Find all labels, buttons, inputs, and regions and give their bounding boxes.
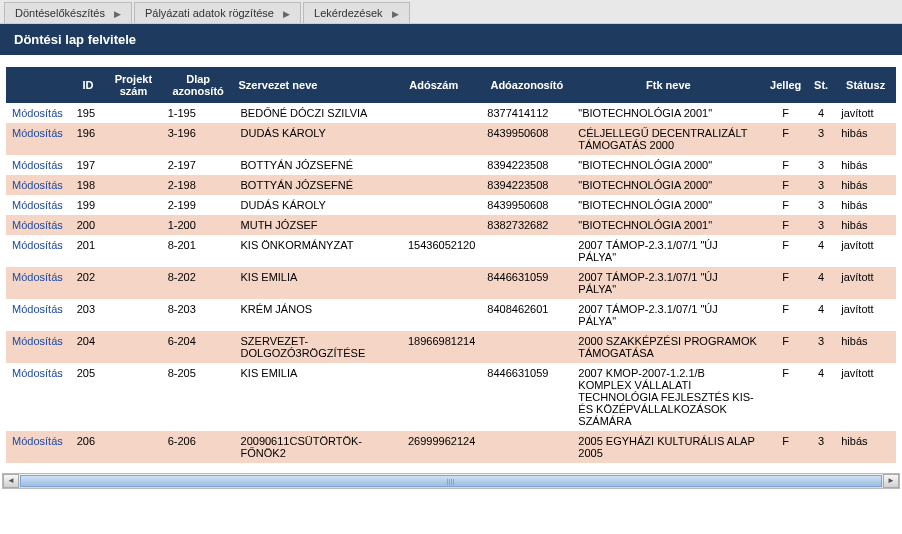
edit-link[interactable]: Módosítás	[12, 179, 63, 191]
cell-szervezet: BEDŐNÉ DÓCZI SZILVIA	[235, 103, 387, 123]
edit-link[interactable]: Módosítás	[12, 367, 63, 379]
scrollbar-grip-icon	[447, 479, 455, 485]
cell-ftk: CÉLJELLEGŰ DECENTRALIZÁLT TÁMOGATÁS 2000	[572, 123, 764, 155]
cell-adoszam: 15436052120	[386, 235, 481, 267]
cell-ftk: "BIOTECHNOLÓGIA 2001"	[572, 103, 764, 123]
cell-action: Módosítás	[6, 215, 71, 235]
table-row: Módosítás1982-198BOTTYÁN JÓZSEFNÉ8394223…	[6, 175, 896, 195]
cell-statusz: javított	[835, 103, 896, 123]
edit-link[interactable]: Módosítás	[12, 159, 63, 171]
cell-jelleg: F	[764, 123, 806, 155]
cell-id: 196	[71, 123, 105, 155]
table-row: Módosítás2001-200MUTH JÓZSEF8382732682"B…	[6, 215, 896, 235]
cell-ftk: 2000 SZAKKÉPZÉSI PROGRAMOK TÁMOGATÁSA	[572, 331, 764, 363]
edit-link[interactable]: Módosítás	[12, 303, 63, 315]
tab-palyazati-adatok[interactable]: Pályázati adatok rögzítése ▶	[134, 2, 301, 23]
cell-adoszam	[386, 175, 481, 195]
cell-statusz: hibás	[835, 195, 896, 215]
cell-projektszam	[105, 299, 162, 331]
cell-adoazonosito: 8394223508	[481, 155, 572, 175]
scroll-left-button[interactable]: ◄	[3, 474, 19, 488]
table-row: Módosítás1963-196DUDÁS KÁROLY8439950608C…	[6, 123, 896, 155]
cell-szervezet: BOTTYÁN JÓZSEFNÉ	[235, 155, 387, 175]
cell-jelleg: F	[764, 195, 806, 215]
content-area: ID Projekt szám Dlap azonosító Szervezet…	[0, 55, 902, 469]
tab-label: Pályázati adatok rögzítése	[145, 7, 274, 19]
th-szervezet[interactable]: Szervezet neve	[235, 67, 387, 103]
cell-projektszam	[105, 155, 162, 175]
cell-jelleg: F	[764, 299, 806, 331]
edit-link[interactable]: Módosítás	[12, 335, 63, 347]
cell-statusz: hibás	[835, 155, 896, 175]
cell-ftk: 2007 TÁMOP-2.3.1/07/1 "ÚJ PÁLYA"	[572, 235, 764, 267]
scroll-right-button[interactable]: ►	[883, 474, 899, 488]
cell-adoazonosito: 8446631059	[481, 363, 572, 431]
cell-projektszam	[105, 267, 162, 299]
cell-adoszam: 26999962124	[386, 431, 481, 463]
scrollbar-thumb[interactable]	[20, 475, 882, 487]
cell-action: Módosítás	[6, 267, 71, 299]
cell-szervezet: BOTTYÁN JÓZSEFNÉ	[235, 175, 387, 195]
cell-id: 203	[71, 299, 105, 331]
cell-projektszam	[105, 195, 162, 215]
cell-st: 4	[807, 103, 835, 123]
cell-projektszam	[105, 123, 162, 155]
th-id[interactable]: ID	[71, 67, 105, 103]
cell-jelleg: F	[764, 103, 806, 123]
table-row: Módosítás1951-195BEDŐNÉ DÓCZI SZILVIA837…	[6, 103, 896, 123]
cell-dlap: 1-200	[162, 215, 235, 235]
cell-st: 3	[807, 175, 835, 195]
cell-st: 3	[807, 431, 835, 463]
edit-link[interactable]: Módosítás	[12, 107, 63, 119]
th-statusz[interactable]: Státusz	[835, 67, 896, 103]
cell-ftk: 2007 TÁMOP-2.3.1/07/1 "ÚJ PÁLYA"	[572, 299, 764, 331]
cell-id: 201	[71, 235, 105, 267]
cell-action: Módosítás	[6, 431, 71, 463]
cell-statusz: hibás	[835, 215, 896, 235]
cell-st: 4	[807, 363, 835, 431]
edit-link[interactable]: Módosítás	[12, 219, 63, 231]
th-adoazonosito[interactable]: Adóazonosító	[481, 67, 572, 103]
chevron-right-icon: ▶	[392, 9, 399, 19]
th-adoszam[interactable]: Adószám	[386, 67, 481, 103]
edit-link[interactable]: Módosítás	[12, 127, 63, 139]
cell-jelleg: F	[764, 363, 806, 431]
tab-donteselokeszites[interactable]: Döntéselőkészítés ▶	[4, 2, 132, 23]
cell-id: 195	[71, 103, 105, 123]
cell-action: Módosítás	[6, 331, 71, 363]
cell-statusz: javított	[835, 267, 896, 299]
cell-jelleg: F	[764, 331, 806, 363]
cell-projektszam	[105, 215, 162, 235]
edit-link[interactable]: Módosítás	[12, 199, 63, 211]
th-ftk[interactable]: Ftk neve	[572, 67, 764, 103]
tab-label: Lekérdezések	[314, 7, 383, 19]
th-projektszam[interactable]: Projekt szám	[105, 67, 162, 103]
table-row: Módosítás2038-203KRÉM JÁNOS8408462601200…	[6, 299, 896, 331]
horizontal-scrollbar[interactable]: ◄ ►	[2, 473, 900, 489]
cell-projektszam	[105, 363, 162, 431]
cell-adoazonosito: 8382732682	[481, 215, 572, 235]
cell-statusz: javított	[835, 363, 896, 431]
cell-szervezet: SZERVEZET-DOLGOZÓ3RÖGZÍTÉSE	[235, 331, 387, 363]
th-jelleg[interactable]: Jelleg	[764, 67, 806, 103]
chevron-right-icon: ▶	[283, 9, 290, 19]
cell-id: 206	[71, 431, 105, 463]
cell-jelleg: F	[764, 215, 806, 235]
cell-adoazonosito: 8446631059	[481, 267, 572, 299]
table-row: Módosítás2028-202KIS EMILIA8446631059200…	[6, 267, 896, 299]
th-dlap[interactable]: Dlap azonosító	[162, 67, 235, 103]
tab-lekerdezesek[interactable]: Lekérdezések ▶	[303, 2, 410, 23]
th-st[interactable]: St.	[807, 67, 835, 103]
cell-st: 3	[807, 195, 835, 215]
cell-projektszam	[105, 331, 162, 363]
edit-link[interactable]: Módosítás	[12, 435, 63, 447]
cell-statusz: hibás	[835, 123, 896, 155]
cell-adoazonosito	[481, 431, 572, 463]
cell-szervezet: MUTH JÓZSEF	[235, 215, 387, 235]
cell-id: 198	[71, 175, 105, 195]
cell-dlap: 3-196	[162, 123, 235, 155]
table-row: Módosítás2046-204SZERVEZET-DOLGOZÓ3RÖGZÍ…	[6, 331, 896, 363]
cell-dlap: 1-195	[162, 103, 235, 123]
edit-link[interactable]: Módosítás	[12, 239, 63, 251]
edit-link[interactable]: Módosítás	[12, 271, 63, 283]
